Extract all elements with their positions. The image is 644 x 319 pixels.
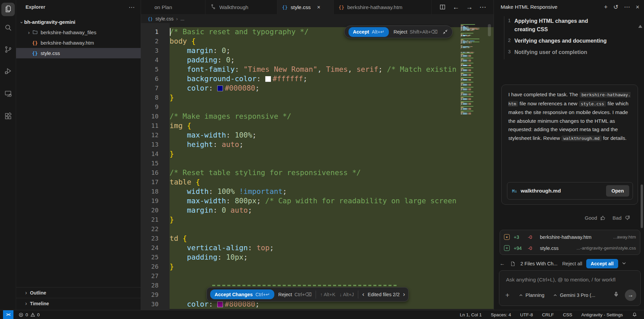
accept-changes-label: Accept Changes bbox=[215, 292, 253, 297]
root-folder-label: bh-antigravity-gemini bbox=[24, 19, 76, 25]
close-panel-icon[interactable]: × bbox=[636, 4, 639, 10]
accept-all-button[interactable]: Accept all bbox=[586, 259, 618, 268]
reject-changes-button[interactable]: Reject Ctrl+⌫ bbox=[278, 292, 312, 297]
sidebar-more-icon[interactable]: ⋯ bbox=[129, 3, 135, 11]
line-content bbox=[170, 159, 494, 168]
model-selector[interactable]: Gemini 3 Pro (... bbox=[553, 293, 595, 298]
attach-button[interactable]: + bbox=[505, 291, 514, 299]
status-utf-8[interactable]: UTF-8 bbox=[520, 312, 533, 317]
changed-file-path: ...-antigravity-gemini\style.css bbox=[577, 246, 636, 251]
line-number: 4 bbox=[141, 55, 170, 65]
status-crlf[interactable]: CRLF bbox=[542, 312, 554, 317]
css-file-icon: {} bbox=[148, 16, 153, 21]
reject-all-button[interactable]: Reject all bbox=[562, 261, 582, 266]
mode-selector[interactable]: Planning bbox=[519, 293, 544, 298]
reject-button[interactable]: Reject Shift+Alt+⌫ bbox=[394, 29, 438, 35]
accept-changes-button[interactable]: Accept Changes Ctrl+↵ bbox=[210, 289, 274, 299]
line-content: } bbox=[170, 215, 494, 224]
accept-button[interactable]: Accept Alt+↵ bbox=[349, 27, 389, 37]
sidebar-title: Explorer bbox=[26, 4, 45, 10]
code-line-18: 18 width: 100% !important; bbox=[141, 187, 494, 196]
chevron-down-icon[interactable] bbox=[622, 261, 627, 267]
send-button[interactable]: → bbox=[625, 289, 636, 301]
status-css[interactable]: CSS bbox=[563, 312, 572, 317]
microphone-icon[interactable] bbox=[613, 291, 619, 299]
line-number: 12 bbox=[141, 130, 170, 140]
tab-style.css[interactable]: {}style.css× bbox=[277, 0, 334, 14]
nav-up-button[interactable]: ↑ Alt+K bbox=[320, 292, 335, 297]
tree-item-style.css[interactable]: {}style.css bbox=[16, 48, 141, 58]
editor-scrollbar[interactable] bbox=[488, 24, 491, 36]
split-editor-icon[interactable] bbox=[439, 4, 446, 10]
line-number: 8 bbox=[141, 93, 170, 102]
tab-Walkthrough[interactable]: Walkthrough bbox=[205, 0, 277, 14]
navigate-back-icon[interactable]: ← bbox=[453, 4, 459, 10]
bell-icon[interactable] bbox=[632, 312, 637, 317]
artifact-row[interactable]: M↓ walkthrough.md Open bbox=[507, 182, 633, 200]
panel-scrollbar[interactable] bbox=[641, 184, 643, 228]
new-conversation-icon[interactable]: + bbox=[604, 4, 608, 10]
editor-more-icon[interactable]: ⋯ bbox=[479, 4, 486, 10]
prev-file-icon[interactable]: ‹ bbox=[362, 291, 364, 298]
tree-item-berkshire-hathaway_files[interactable]: ›berkshire-hathaway_files bbox=[16, 27, 141, 38]
next-file-icon[interactable]: › bbox=[403, 291, 405, 298]
explorer-sidebar: Explorer ⋯ ⌄bh-antigravity-gemini›berksh… bbox=[16, 0, 141, 310]
changed-file-row[interactable]: +3-0berkshire-hathaway.htm...away.htm bbox=[500, 231, 640, 243]
tree-item-berkshire-hathaway.htm[interactable]: {}berkshire-hathaway.htm bbox=[16, 38, 141, 48]
chat-input[interactable] bbox=[506, 275, 635, 284]
plan-step-1[interactable]: 1Applying HTML changes and creating CSS bbox=[504, 17, 636, 34]
tab-on-Plan[interactable]: on Plan bbox=[141, 0, 205, 14]
status-ln-1-col-1[interactable]: Ln 1, Col 1 bbox=[460, 312, 482, 317]
tree-root-item[interactable]: ⌄bh-antigravity-gemini bbox=[16, 17, 141, 27]
panel-more-icon[interactable]: ⋯ bbox=[624, 4, 630, 10]
feedback-bad-button[interactable]: Bad bbox=[612, 215, 631, 221]
problems-indicator[interactable]: 0 0 bbox=[18, 312, 40, 317]
activitybar-item-extensions[interactable] bbox=[1, 110, 15, 123]
sidebar-section-timeline[interactable]: ›Timeline bbox=[16, 298, 141, 309]
line-content: } bbox=[170, 149, 494, 159]
changed-file-row[interactable]: +94-0style.css...-antigravity-gemini\sty… bbox=[500, 243, 640, 254]
open-button[interactable]: Open bbox=[606, 185, 629, 197]
nav-down-button[interactable]: ↓ Alt+J bbox=[339, 292, 354, 297]
navigate-forward-icon[interactable]: → bbox=[466, 4, 473, 10]
feedback-good-button[interactable]: Good bbox=[585, 215, 606, 221]
step-label: Verifying changes and documenting bbox=[514, 37, 636, 45]
line-content: } bbox=[170, 93, 494, 102]
activitybar-item-search[interactable] bbox=[1, 21, 15, 35]
line-number: 23 bbox=[141, 234, 170, 243]
back-icon[interactable]: ← bbox=[500, 261, 505, 267]
tree-item-label: style.css bbox=[41, 50, 60, 56]
code-line-16: 16/* Reset table styling for responsiven… bbox=[141, 168, 494, 177]
section-label: Outline bbox=[30, 290, 46, 296]
remote-indicator[interactable]: >< bbox=[3, 310, 13, 319]
breadcrumb-file[interactable]: style.css bbox=[155, 16, 174, 21]
css-file-icon: {} bbox=[32, 51, 38, 56]
close-tab-icon[interactable]: × bbox=[317, 4, 320, 11]
tab-berkshire-hathaway.htm[interactable]: {}berkshire-hathaway.htm bbox=[334, 0, 432, 14]
activitybar-item-remote-explorer[interactable] bbox=[1, 88, 15, 101]
tree-item-label: berkshire-hathaway_files bbox=[41, 30, 96, 35]
plan-step-2[interactable]: 2Verifying changes and documenting bbox=[504, 37, 636, 45]
sidebar-section-outline[interactable]: ›Outline bbox=[16, 287, 141, 298]
breadcrumb-more[interactable]: ... bbox=[180, 16, 184, 21]
chat-composer: + Planning Gemini 3 Pro (... → bbox=[499, 270, 641, 306]
code-lines: 1/* Basic reset and typography */2body {… bbox=[141, 27, 494, 309]
line-content: font-family: "Times New Roman", Times, s… bbox=[170, 65, 494, 74]
line-number: 14 bbox=[141, 149, 170, 159]
status-spaces-4[interactable]: Spaces: 4 bbox=[491, 312, 511, 317]
collapse-icon[interactable] bbox=[442, 29, 448, 35]
activitybar-item-source-control[interactable] bbox=[1, 43, 15, 57]
status-antigravity-settings[interactable]: Antigravity - Settings bbox=[581, 312, 623, 317]
warning-icon bbox=[30, 312, 35, 317]
good-label: Good bbox=[585, 215, 597, 221]
added-count: +3 bbox=[514, 234, 528, 240]
activitybar-item-explorer[interactable] bbox=[1, 3, 15, 16]
history-icon[interactable]: ↺ bbox=[613, 4, 618, 10]
code-line-26: 26} bbox=[141, 262, 494, 271]
activitybar-item-run-and-debug[interactable] bbox=[1, 65, 15, 78]
code-editor[interactable]: 1/* Basic reset and typography */2body {… bbox=[141, 23, 494, 310]
code-line-17: 17table { bbox=[141, 177, 494, 187]
minimap[interactable] bbox=[460, 23, 481, 310]
plan-step-3[interactable]: 3Notifying user of completion bbox=[504, 48, 636, 56]
agent-message-text: I have completed the task. The berkshire… bbox=[502, 85, 638, 148]
